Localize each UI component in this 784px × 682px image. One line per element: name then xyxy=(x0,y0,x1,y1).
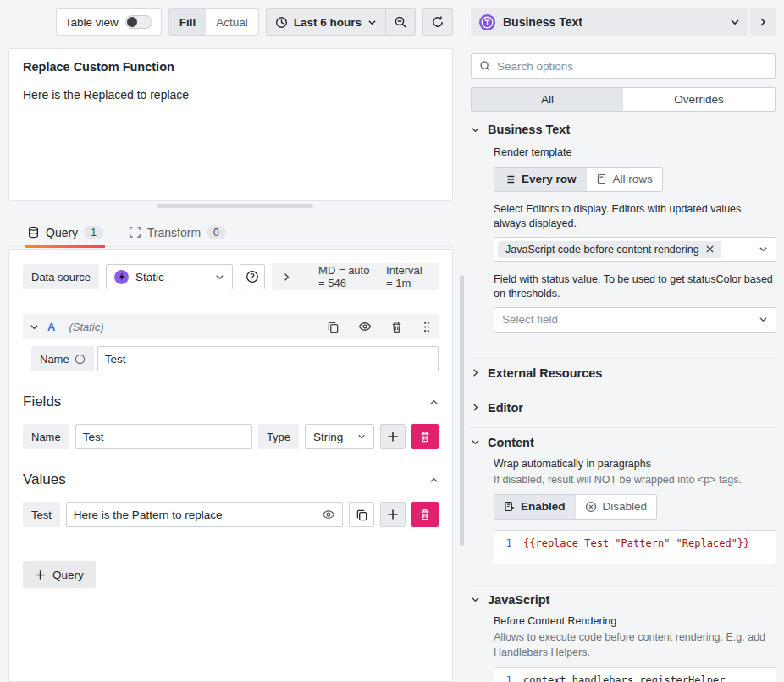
table-view-toggle-button[interactable]: Table view xyxy=(56,8,162,36)
remove-tag-icon[interactable] xyxy=(706,245,714,253)
time-picker-group: Last 6 hours xyxy=(266,8,416,36)
resize-drag-handle[interactable] xyxy=(157,204,313,208)
tab-all[interactable]: All xyxy=(472,88,623,111)
panel-options-pane: Business Text All Overrides Business Tex… xyxy=(471,0,784,682)
status-field-label: Field with status value. To be used to g… xyxy=(494,272,776,302)
value-row: Test xyxy=(23,502,439,527)
value-key-label: Test xyxy=(23,502,60,527)
fill-option[interactable]: Fill xyxy=(169,9,207,35)
document-icon xyxy=(596,173,607,184)
panel-toolbar: Table view Fill Actual Last 6 hours xyxy=(56,8,453,36)
section-editor[interactable]: Editor xyxy=(471,393,776,422)
query-name-input[interactable] xyxy=(97,346,439,371)
datasource-value: Static xyxy=(135,271,208,283)
editors-display-label: Select Editors to display. Editors with … xyxy=(494,202,776,232)
javascript-code-editor[interactable]: 1 context.handlebars.registerHelper 2 ("… xyxy=(494,667,776,682)
preview-body: Here is the Replaced to replace xyxy=(23,88,439,102)
actual-option[interactable]: Actual xyxy=(206,9,258,35)
zoom-out-icon xyxy=(394,15,407,29)
content-code-editor[interactable]: 1 {{replace Test "Pattern" "Replaced"}} xyxy=(494,530,776,564)
business-text-plugin-icon xyxy=(479,14,495,30)
query-row-header[interactable]: A (Static) xyxy=(23,314,439,339)
chevron-right-icon xyxy=(471,368,480,377)
query-count-badge: 1 xyxy=(84,226,103,239)
field-type-select[interactable]: String xyxy=(305,424,374,449)
chevron-down-icon xyxy=(215,272,224,282)
table-view-label: Table view xyxy=(65,16,119,29)
search-icon xyxy=(479,60,491,72)
list-icon xyxy=(504,173,516,185)
section-external-resources[interactable]: External Resources xyxy=(471,359,776,388)
chevron-down-icon xyxy=(357,432,366,441)
add-value-button[interactable] xyxy=(380,502,406,527)
field-name-input[interactable] xyxy=(75,424,252,449)
wrap-paragraphs-desc: If disabled, result will NOT be wrapped … xyxy=(494,473,776,488)
query-options-bar[interactable]: MD = auto = 546 Interval = 1m xyxy=(272,263,439,290)
copy-value-button[interactable] xyxy=(349,502,374,527)
datasource-row: Data source Static MD = auto = 546 I xyxy=(23,263,439,290)
chevron-down-icon xyxy=(471,125,480,135)
drag-query-handle[interactable] xyxy=(417,321,432,333)
wrap-disabled-option[interactable]: Disabled xyxy=(575,495,657,519)
before-rendering-label: Before Content Rendering xyxy=(494,614,776,630)
transform-icon xyxy=(129,226,141,239)
table-view-switch[interactable] xyxy=(125,15,152,29)
wrap-paragraphs-group: Enabled Disabled xyxy=(494,494,657,520)
visualization-picker[interactable]: Business Text xyxy=(471,8,748,36)
every-row-option[interactable]: Every row xyxy=(494,168,586,191)
code-line-number: 1 xyxy=(494,673,523,682)
javascript-section-body: Before Content Rendering Allows to execu… xyxy=(471,614,776,682)
fields-section-heading: Fields xyxy=(23,393,439,410)
preview-title: Replace Custom Function xyxy=(23,60,439,74)
visualization-name: Business Text xyxy=(503,15,722,29)
options-search[interactable] xyxy=(471,53,776,79)
datasource-picker[interactable]: Static xyxy=(106,264,233,289)
collapse-options-pane-button[interactable] xyxy=(750,8,776,36)
tab-transform[interactable]: Transform 0 xyxy=(127,218,228,246)
chevron-down-icon xyxy=(759,315,768,324)
wrap-enabled-option[interactable]: Enabled xyxy=(494,495,575,519)
hide-query-icon[interactable] xyxy=(353,320,377,333)
static-datasource-icon xyxy=(114,270,129,284)
tab-overrides[interactable]: Overrides xyxy=(623,88,775,111)
left-pane-scrollbar[interactable] xyxy=(460,275,464,546)
database-icon xyxy=(27,226,40,239)
fill-actual-group: Fill Actual xyxy=(168,8,259,36)
tab-transform-label: Transform xyxy=(147,226,201,239)
time-range-label: Last 6 hours xyxy=(294,16,362,29)
chevron-right-icon xyxy=(282,272,291,282)
field-type-label: Type xyxy=(258,424,299,449)
field-name-label: Name xyxy=(23,424,69,449)
preview-value-eye-icon[interactable] xyxy=(322,508,335,521)
remove-value-button[interactable] xyxy=(411,502,439,527)
duplicate-query-icon[interactable] xyxy=(322,321,345,333)
plus-icon xyxy=(35,569,46,580)
remove-field-button[interactable] xyxy=(411,424,439,449)
datasource-help-button[interactable] xyxy=(240,264,265,289)
chevron-down-icon xyxy=(730,17,740,27)
wrap-paragraphs-label: Wrap automatically in paragraphs xyxy=(494,457,776,472)
add-field-button[interactable] xyxy=(380,424,406,449)
add-query-button[interactable]: Query xyxy=(23,561,96,588)
circle-x-icon xyxy=(585,501,597,513)
collapse-chevron-icon[interactable] xyxy=(429,398,439,407)
tab-query[interactable]: Query 1 xyxy=(25,218,105,246)
collapse-chevron-icon[interactable] xyxy=(429,476,439,485)
status-field-select[interactable]: Select field xyxy=(494,307,776,333)
editors-multiselect[interactable]: JavaScript code before content rendering xyxy=(494,237,776,262)
refresh-button[interactable] xyxy=(422,8,453,36)
chevron-down-icon xyxy=(367,18,377,27)
section-business-text[interactable]: Business Text xyxy=(471,115,776,144)
options-search-input[interactable] xyxy=(497,60,767,73)
section-content[interactable]: Content xyxy=(471,428,776,457)
delete-query-icon[interactable] xyxy=(385,321,408,333)
query-datasource-type: (Static) xyxy=(69,321,103,333)
all-rows-option[interactable]: All rows xyxy=(586,168,662,191)
query-name-label: Name xyxy=(31,346,94,371)
time-range-button[interactable]: Last 6 hours xyxy=(267,9,385,35)
content-template-code: {{replace Test "Pattern" "Replaced"}} xyxy=(523,536,749,552)
content-section-body: Wrap automatically in paragraphs If disa… xyxy=(471,457,776,580)
value-input[interactable] xyxy=(66,502,343,527)
section-javascript[interactable]: JavaScript xyxy=(471,586,776,614)
zoom-out-button[interactable] xyxy=(385,9,415,35)
